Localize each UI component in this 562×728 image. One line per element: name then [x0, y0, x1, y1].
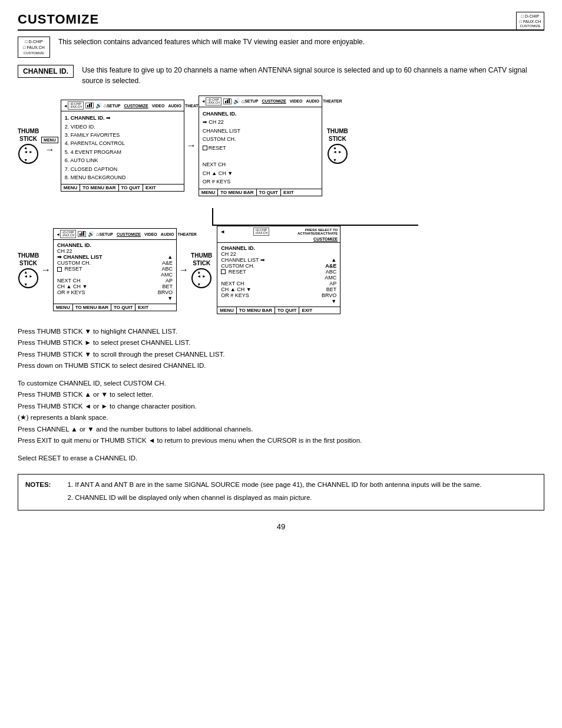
arrow-right-1: →: [45, 144, 54, 155]
intro-text: This selection contains advanced feature…: [58, 37, 365, 47]
menu-button-area: MENU →: [41, 137, 58, 155]
speaker-icon: 🔊: [95, 103, 102, 108]
channel-id-label: CHANNEL ID.: [18, 65, 74, 78]
screen-1-topbar: ◄ □D-CHIP□FAX.CH 🔊 ⌂ SETUP CUSTOMIZ: [61, 100, 184, 111]
arrow-right-4: →: [179, 265, 189, 275]
thumb-stick-2: THUMBSTICK ▲◄ ►▼: [327, 127, 348, 164]
customize-icon-top: □ D-CHIP □ FAUX.CH CUSTOMIZE: [516, 12, 544, 31]
speaker-icon-2: 🔊: [233, 98, 240, 104]
top-diagram-left: THUMBSTICK ▲◄ ►▼ MENU → ◄ □D-CHIP□FAX.CH: [18, 95, 544, 196]
body-line-10: Press EXIT to quit menu or THUMB STICK ◄…: [18, 435, 544, 447]
body-line-6: Press THUMB STICK ▲ or ▼ to select lette…: [18, 389, 544, 401]
body-line-9: Press CHANNEL ▲ or ▼ and the number butt…: [18, 424, 544, 436]
screen-3-topbar: ◄ □D-CHIP□FAX.CH 🔊 ⌂ SETUP CUSTOMIZ: [54, 229, 176, 240]
notes-box: NOTES: 1. If ANT A and ANT B are in the …: [18, 474, 544, 511]
body-line-2: Press THUMB STICK ► to select preset CHA…: [18, 337, 544, 349]
connector-line: [212, 208, 418, 226]
body-line-4: Press down on THUMB STICK to select desi…: [18, 360, 544, 372]
body-text: Press THUMB STICK ▼ to highlight CHANNEL…: [18, 326, 544, 465]
channel-id-section: CHANNEL ID. Use this feature to give up …: [18, 65, 544, 86]
thumb-stick-4: THUMBSTICK ▲◄ ►▼: [191, 252, 212, 288]
top-diagram-row: THUMBSTICK ▲◄ ►▼ MENU → ◄ □D-CHIP□FAX.CH: [18, 95, 544, 196]
thumb-circle-2: ▲◄ ►▼: [328, 144, 348, 164]
screen-4-body: CHANNEL ID. CH 22 CHANNEL LIST ➡ CUSTOM …: [217, 243, 340, 307]
body-line-11: Select RESET to erase a CHANNEL ID.: [18, 453, 544, 465]
customize-icon-small: □ D-CHIP □ FAUX.CH CUSTOMIZE: [18, 37, 50, 58]
body-line-7: Press THUMB STICK ◄ or ► to change chara…: [18, 401, 544, 413]
screen-2-body: CHANNEL ID. ➡ CH 22 CHANNEL LIST CUSTOM …: [199, 107, 322, 189]
thumb-stick-3: THUMBSTICK ▲◄ ►▼: [18, 252, 39, 288]
screen-3-body: CHANNEL ID. CH 22 ➡ CHANNEL LIST CUSTOM …: [54, 240, 176, 304]
body-line-8: (★) represents a blank space.: [18, 412, 544, 424]
screen-4-topbar: ◄ □D-CHIP□FAX.CH PRESS SELECT TOACTIVATE…: [217, 226, 340, 243]
screen-1: ◄ □D-CHIP□FAX.CH 🔊 ⌂ SETUP CUSTOMIZ: [61, 100, 184, 192]
note-1: 1. If ANT A and ANT B are in the same SI…: [67, 479, 481, 490]
screen-3-footer: MENU TO MENU BAR TO QUIT EXIT: [54, 304, 176, 311]
thumb-stick-1: THUMBSTICK ▲◄ ►▼: [18, 127, 39, 164]
screen-1-body: 1. CHANNEL ID. ➡ 2. VIDEO ID. 3. FAMILY …: [61, 111, 184, 184]
thumb-circle-3: ▲◄ ►▼: [18, 268, 38, 288]
body-line-1: Press THUMB STICK ▼ to highlight CHANNEL…: [18, 326, 544, 338]
screen-2-footer: MENU TO MENU BAR TO QUIT EXIT: [199, 189, 322, 196]
body-line-3: Press THUMB STICK ▼ to scroll through th…: [18, 349, 544, 361]
speaker-icon-3: 🔊: [88, 231, 94, 237]
arrow-right-2: →: [187, 140, 196, 151]
screen-4-footer: MENU TO MENU BAR TO QUIT EXIT: [217, 307, 340, 314]
page-title: CUSTOMIZE: [18, 12, 544, 31]
bottom-diagram-row: THUMBSTICK ▲◄ ►▼ → ◄ □D-CHIP□FAX.CH: [18, 226, 544, 314]
screen-1-footer: MENU TO MENU BAR TO QUIT EXIT: [61, 184, 184, 191]
header-row: □ D-CHIP □ FAUX.CH CUSTOMIZE This select…: [18, 37, 544, 58]
screen-4: ◄ □D-CHIP□FAX.CH PRESS SELECT TOACTIVATE…: [217, 226, 340, 314]
thumb-circle-1: ▲◄ ►▼: [18, 144, 38, 164]
channel-id-desc: Use this feature to give up to 20 channe…: [82, 65, 544, 86]
note-2: 2. CHANNEL ID will be displayed only whe…: [67, 492, 481, 503]
notes-label: NOTES:: [25, 479, 51, 490]
press-select-label: PRESS SELECT TOACTIVATE/DEACTIVATE: [297, 228, 338, 235]
thumb-circle-4: ▲◄ ►▼: [191, 268, 211, 288]
screen-3: ◄ □D-CHIP□FAX.CH 🔊 ⌂ SETUP CUSTOMIZ: [53, 228, 177, 311]
screen-2: ◄ □D-CHIP□FAX.CH 🔊 ⌂ SETUP CUSTOMIZ: [199, 95, 322, 196]
screen-2-topbar: ◄ □D-CHIP□FAX.CH 🔊 ⌂ SETUP CUSTOMIZ: [199, 96, 322, 107]
arrow-right-3: →: [41, 265, 51, 275]
bottom-diagram-left: THUMBSTICK ▲◄ ►▼ → ◄ □D-CHIP□FAX.CH: [18, 226, 544, 314]
page-number: 49: [18, 522, 544, 531]
menu-label: MENU: [41, 137, 58, 143]
